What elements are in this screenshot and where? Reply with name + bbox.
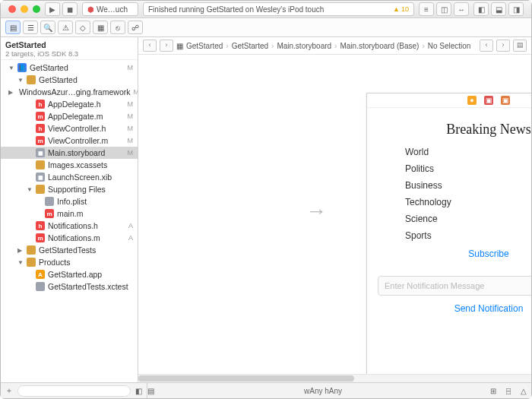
file-label: GetStartedTests bbox=[39, 245, 96, 255]
scene-header[interactable]: ● ▣ ▣ bbox=[367, 93, 531, 108]
file-tree-row[interactable]: mNotifications.mA bbox=[1, 232, 138, 244]
file-icon: 📘 bbox=[17, 63, 27, 72]
size-class-label[interactable]: wAny hAny bbox=[304, 387, 342, 395]
disclosure-triangle-icon[interactable] bbox=[27, 186, 33, 193]
issue-navigator-tab[interactable]: ⚠ bbox=[58, 21, 73, 34]
file-tree-row[interactable]: 📘GetStartedM bbox=[1, 62, 138, 74]
outline-toggle-button[interactable]: ▤ bbox=[513, 40, 527, 52]
symbol-navigator-tab[interactable]: ☰ bbox=[23, 21, 38, 34]
breakpoint-navigator-tab[interactable]: ⎋ bbox=[110, 21, 125, 34]
scrollbar-thumb[interactable] bbox=[138, 375, 354, 382]
file-label: Notifications.m bbox=[48, 233, 100, 242]
test-navigator-tab[interactable]: ◇ bbox=[75, 21, 90, 34]
warning-count[interactable]: 10 bbox=[401, 5, 409, 13]
editor-version-button[interactable]: ↔ bbox=[454, 2, 469, 16]
activity-view: Finished running GetStarted on Wesley's … bbox=[143, 2, 414, 16]
editor-standard-button[interactable]: ≡ bbox=[419, 2, 434, 16]
file-label: main.m bbox=[57, 209, 83, 218]
scope-button[interactable]: ◧ bbox=[135, 387, 142, 395]
jump-seg-4[interactable]: No Selection bbox=[428, 42, 471, 50]
file-tree-row[interactable]: ◼LaunchScreen.xib bbox=[1, 171, 138, 183]
disclosure-triangle-icon[interactable] bbox=[8, 89, 13, 96]
jump-prev-button[interactable]: ‹ bbox=[480, 40, 493, 52]
editor-assistant-button[interactable]: ◫ bbox=[436, 2, 451, 16]
resolve-button[interactable]: △ bbox=[521, 387, 527, 395]
disclosure-triangle-icon[interactable] bbox=[17, 259, 24, 266]
disclosure-triangle-icon[interactable] bbox=[17, 77, 24, 84]
horizontal-scrollbar[interactable] bbox=[138, 374, 531, 382]
jump-seg-1[interactable]: GetStarted bbox=[232, 42, 268, 50]
minimize-window-button[interactable] bbox=[21, 5, 28, 13]
add-button[interactable]: ＋ bbox=[5, 385, 13, 396]
canvas-footer: ▤ wAny hAny bbox=[147, 387, 486, 395]
file-icon bbox=[36, 160, 45, 169]
scm-status: A bbox=[128, 222, 133, 230]
send-notification-button[interactable]: Send Notification bbox=[367, 303, 531, 314]
editor-area: ‹ › ▦ GetStarted› GetStarted› Main.story… bbox=[138, 37, 531, 382]
file-label: WindowsAzur…ging.framework bbox=[19, 87, 130, 97]
file-tree-row[interactable]: mViewController.mM bbox=[1, 135, 138, 147]
file-icon: h bbox=[36, 221, 45, 230]
xcode-window: ▶ ◼ ⬢ We…uch Finished running GetStarted… bbox=[0, 0, 532, 399]
file-tree-row[interactable]: Info.plist bbox=[1, 195, 138, 207]
jump-forward-button[interactable]: › bbox=[160, 40, 173, 52]
storyboard-canvas[interactable]: → ● ▣ ▣ Breaking News WorldPoliticsBusin… bbox=[138, 55, 531, 382]
subscribe-button[interactable]: Subscribe bbox=[367, 249, 531, 259]
scheme-selector[interactable]: ⬢ We…uch bbox=[82, 2, 138, 16]
jump-bar[interactable]: ‹ › ▦ GetStarted› GetStarted› Main.story… bbox=[138, 37, 531, 55]
file-tree-row[interactable]: mmain.m bbox=[1, 207, 138, 220]
file-tree-row[interactable]: mAppDelegate.mM bbox=[1, 110, 138, 122]
jump-next-button[interactable]: › bbox=[496, 40, 510, 52]
file-tree-row[interactable]: Products bbox=[1, 256, 138, 268]
file-icon bbox=[36, 282, 45, 291]
scm-status: M bbox=[128, 137, 134, 144]
notification-text-field[interactable]: Enter Notification Message bbox=[378, 276, 531, 296]
project-navigator-tab[interactable]: ▤ bbox=[5, 21, 21, 34]
file-tree-row[interactable]: AGetStarted.app bbox=[1, 268, 138, 280]
file-tree-row[interactable]: GetStartedTests.xctest bbox=[1, 280, 138, 293]
heading-label: Breaking News bbox=[367, 122, 531, 138]
view-controller-scene[interactable]: ● ▣ ▣ Breaking News WorldPoliticsBusines… bbox=[366, 93, 531, 382]
filter-field[interactable] bbox=[17, 385, 131, 397]
category-label: Business bbox=[405, 180, 442, 191]
close-window-button[interactable] bbox=[8, 5, 16, 13]
file-tree[interactable]: 📘GetStartedMGetStartedWindowsAzur…ging.f… bbox=[1, 60, 138, 382]
align-button[interactable]: ⊞ bbox=[490, 387, 496, 395]
scheme-label: We…uch bbox=[97, 5, 128, 14]
jump-seg-2[interactable]: Main.storyboard bbox=[277, 42, 331, 50]
doc-outline-toggle[interactable]: ▤ bbox=[147, 387, 154, 395]
toggle-utilities-button[interactable]: ◨ bbox=[508, 2, 524, 16]
file-tree-row[interactable]: hAppDelegate.hM bbox=[1, 98, 138, 110]
scm-status: M bbox=[128, 64, 134, 71]
file-tree-row[interactable]: Images.xcassets bbox=[1, 159, 138, 171]
jump-seg-3[interactable]: Main.storyboard (Base) bbox=[340, 42, 419, 50]
stop-button[interactable]: ◼ bbox=[62, 2, 78, 16]
file-icon bbox=[45, 197, 54, 206]
file-tree-row[interactable]: hNotifications.hA bbox=[1, 220, 138, 232]
disclosure-triangle-icon[interactable] bbox=[17, 247, 24, 254]
disclosure-triangle-icon[interactable] bbox=[8, 65, 14, 71]
jump-seg-0[interactable]: GetStarted bbox=[186, 42, 223, 50]
warning-icon[interactable]: ▲ bbox=[393, 5, 400, 13]
report-navigator-tab[interactable]: ☍ bbox=[128, 21, 143, 34]
toggle-debug-button[interactable]: ⬓ bbox=[491, 2, 506, 16]
scm-status: M bbox=[128, 112, 134, 120]
file-tree-row[interactable]: GetStarted bbox=[1, 74, 138, 86]
project-header[interactable]: GetStarted 2 targets, iOS SDK 8.3 bbox=[1, 37, 138, 60]
toggle-navigator-button[interactable]: ◧ bbox=[473, 2, 489, 16]
navigator-selector-bar: ▤ ☰ 🔍 ⚠ ◇ ▦ ⎋ ☍ bbox=[1, 18, 531, 37]
run-button[interactable]: ▶ bbox=[45, 2, 60, 16]
navigator-footer: ＋ ◧ bbox=[1, 383, 147, 398]
pin-button[interactable]: ⌸ bbox=[506, 387, 511, 395]
jump-back-button[interactable]: ‹ bbox=[143, 40, 157, 52]
zoom-window-button[interactable] bbox=[33, 5, 40, 13]
file-tree-row[interactable]: WindowsAzur…ging.frameworkM bbox=[1, 86, 138, 98]
file-tree-row[interactable]: GetStartedTests bbox=[1, 244, 138, 256]
find-navigator-tab[interactable]: 🔍 bbox=[40, 21, 55, 34]
file-tree-row[interactable]: Supporting Files bbox=[1, 183, 138, 195]
scene-exit-icon: ▣ bbox=[501, 96, 510, 105]
category-row: Politics bbox=[405, 160, 531, 177]
file-tree-row[interactable]: ◼Main.storyboardM bbox=[1, 147, 138, 159]
file-tree-row[interactable]: hViewController.hM bbox=[1, 122, 138, 135]
debug-navigator-tab[interactable]: ▦ bbox=[93, 21, 108, 34]
